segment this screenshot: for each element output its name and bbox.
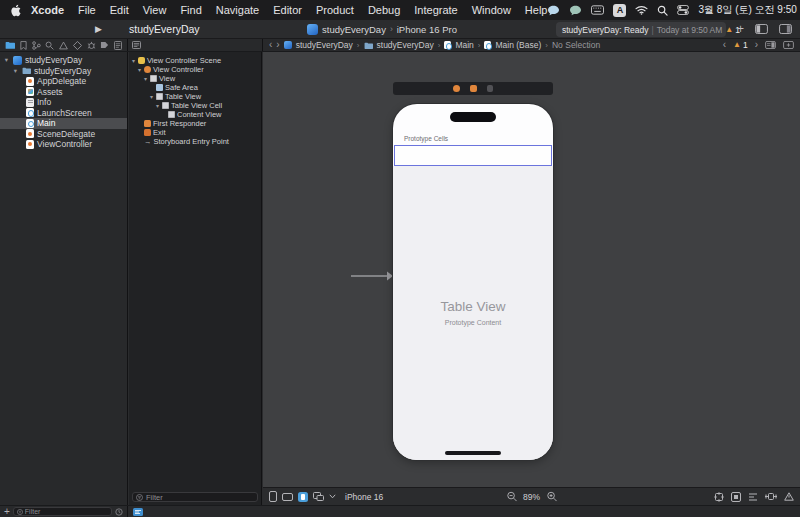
vary-traits-icon[interactable] <box>313 492 324 501</box>
disclosure-triangle-icon[interactable]: ▾ <box>155 102 160 109</box>
outline-row-safe-area[interactable]: Safe Area <box>129 83 261 92</box>
outline-row-exit[interactable]: Exit <box>129 128 261 137</box>
library-plus-button[interactable]: + <box>737 23 744 35</box>
zoom-level[interactable]: 89% <box>523 492 540 502</box>
device-landscape-icon[interactable] <box>282 493 293 501</box>
keyboard-icon[interactable] <box>591 5 604 15</box>
scene-header-bar[interactable] <box>393 82 553 95</box>
disclosure-triangle-icon[interactable]: ▾ <box>149 93 154 100</box>
orientation-active-icon[interactable] <box>298 492 308 502</box>
navigator-file-scenedelegate[interactable]: SceneDelegate <box>0 129 127 140</box>
table-view-cell[interactable] <box>394 145 552 166</box>
outline-row-view-controller[interactable]: ▾ View Controller <box>129 65 261 74</box>
input-source-indicator[interactable]: A <box>613 4 626 17</box>
adjust-editor-options-icon[interactable] <box>765 41 776 49</box>
breakpoint-navigator-icon[interactable] <box>100 41 109 49</box>
crumb-file[interactable]: Main <box>455 40 473 50</box>
run-button[interactable]: ▶ <box>95 23 102 35</box>
storyboard-canvas[interactable]: Prototype Cells Table View Prototype Con… <box>263 52 800 487</box>
exit-dot-icon[interactable] <box>487 85 494 92</box>
menu-product[interactable]: Product <box>316 4 354 16</box>
spotlight-search-icon[interactable] <box>657 5 668 16</box>
chevron-down-icon[interactable] <box>329 494 336 499</box>
crumb-selection[interactable]: No Selection <box>552 40 600 50</box>
issue-badge[interactable]: ▲ 1 <box>733 40 748 50</box>
crumb-project[interactable]: studyEveryDay <box>296 40 353 50</box>
outline-row-entry-point[interactable]: → Storyboard Entry Point <box>129 137 261 146</box>
toggle-document-outline-icon[interactable] <box>133 508 143 516</box>
add-editor-icon[interactable] <box>783 41 794 49</box>
view-controller-dot-icon[interactable] <box>453 85 460 92</box>
disclosure-triangle-icon[interactable]: ▾ <box>131 57 136 64</box>
crumb-group[interactable]: studyEveryDay <box>377 40 434 50</box>
zoom-out-icon[interactable] <box>506 491 517 502</box>
navigator-file-assets[interactable]: Assets <box>0 87 127 98</box>
menu-file[interactable]: File <box>78 4 96 16</box>
update-frames-icon[interactable] <box>714 492 724 502</box>
menu-window[interactable]: Window <box>472 4 511 16</box>
navigator-file-appdelegate[interactable]: AppDelegate <box>0 76 127 87</box>
resolve-autolayout-icon[interactable] <box>784 492 794 501</box>
previous-issue-icon[interactable]: ‹ <box>723 40 726 50</box>
zoom-in-icon[interactable] <box>546 491 557 502</box>
navigator-filter-input[interactable] <box>25 508 108 515</box>
debug-navigator-icon[interactable] <box>87 41 96 50</box>
canvas-device-label[interactable]: iPhone 16 <box>345 492 383 502</box>
messages-bubble-icon[interactable] <box>569 5 582 16</box>
run-destination-picker[interactable]: studyEveryDay › iPhone 16 Pro <box>307 20 457 38</box>
outline-row-scene[interactable]: ▾ View Controller Scene <box>129 56 261 65</box>
crumb-base[interactable]: Main (Base) <box>495 40 541 50</box>
project-navigator-icon[interactable] <box>5 41 15 49</box>
align-constraints-icon[interactable] <box>748 492 758 502</box>
outline-filter-input[interactable] <box>146 493 254 502</box>
navigator-file-info[interactable]: Info <box>0 97 127 108</box>
menu-view[interactable]: View <box>143 4 167 16</box>
issue-navigator-icon[interactable] <box>59 41 68 50</box>
menubar-clock[interactable]: 3월 8일 (토) 오전 9:50 <box>698 3 796 17</box>
disclosure-triangle-icon[interactable]: ▾ <box>12 67 19 75</box>
iphone-device-frame[interactable]: Prototype Cells Table View Prototype Con… <box>393 104 553 460</box>
disclosure-triangle-icon[interactable]: ▾ <box>143 75 148 82</box>
navigator-file-viewcontroller[interactable]: ViewController <box>0 139 127 150</box>
toggle-left-panel-icon[interactable] <box>755 24 768 34</box>
test-navigator-icon[interactable] <box>73 41 82 50</box>
outline-row-table-view-cell[interactable]: ▾ Table View Cell <box>129 101 261 110</box>
bookmarks-navigator-icon[interactable] <box>20 41 27 50</box>
activity-status-view[interactable]: studyEveryDay: Ready | Today at 9:50 AM … <box>556 22 726 37</box>
menu-integrate[interactable]: Integrate <box>414 4 457 16</box>
table-view[interactable]: Table View Prototype Content <box>393 166 553 460</box>
apple-menu-icon[interactable] <box>10 4 21 17</box>
add-file-plus-button[interactable]: + <box>4 507 10 517</box>
destination-device[interactable]: iPhone 16 Pro <box>397 24 457 35</box>
source-control-navigator-icon[interactable] <box>32 41 41 50</box>
report-navigator-icon[interactable] <box>114 41 122 50</box>
control-center-icon[interactable] <box>677 5 689 15</box>
scheme-name[interactable]: studyEveryDay <box>322 24 386 35</box>
outline-row-table-view[interactable]: ▾ Table View <box>129 92 261 101</box>
chat-bubble-icon[interactable] <box>547 5 560 16</box>
add-constraints-icon[interactable] <box>765 492 777 501</box>
next-issue-icon[interactable]: › <box>755 40 758 50</box>
menu-navigate[interactable]: Navigate <box>216 4 259 16</box>
menu-find[interactable]: Find <box>180 4 201 16</box>
storyboard-entry-point-arrow[interactable] <box>349 270 395 282</box>
menu-edit[interactable]: Edit <box>110 4 129 16</box>
forward-chevron-icon[interactable]: › <box>276 40 279 50</box>
menu-editor[interactable]: Editor <box>273 4 302 16</box>
search-navigator-icon[interactable] <box>45 41 54 50</box>
navigator-file-launchscreen[interactable]: LaunchScreen <box>0 108 127 119</box>
outline-row-content-view[interactable]: Content View <box>129 110 261 119</box>
navigator-file-main-selected[interactable]: Main <box>0 118 127 129</box>
embed-in-stack-icon[interactable] <box>731 492 741 502</box>
first-responder-dot-icon[interactable] <box>470 85 477 92</box>
navigator-row-group[interactable]: ▾ studyEveryDay <box>0 66 127 77</box>
wifi-icon[interactable] <box>635 5 648 15</box>
disclosure-triangle-icon[interactable]: ▾ <box>137 66 142 73</box>
back-chevron-icon[interactable]: ‹ <box>269 40 272 50</box>
menu-help[interactable]: Help <box>525 4 548 16</box>
disclosure-triangle-icon[interactable]: ▾ <box>3 56 10 64</box>
menu-debug[interactable]: Debug <box>368 4 400 16</box>
toggle-right-panel-icon[interactable] <box>779 24 792 34</box>
device-portrait-icon[interactable] <box>269 491 277 502</box>
menubar-app-name[interactable]: Xcode <box>31 4 64 16</box>
